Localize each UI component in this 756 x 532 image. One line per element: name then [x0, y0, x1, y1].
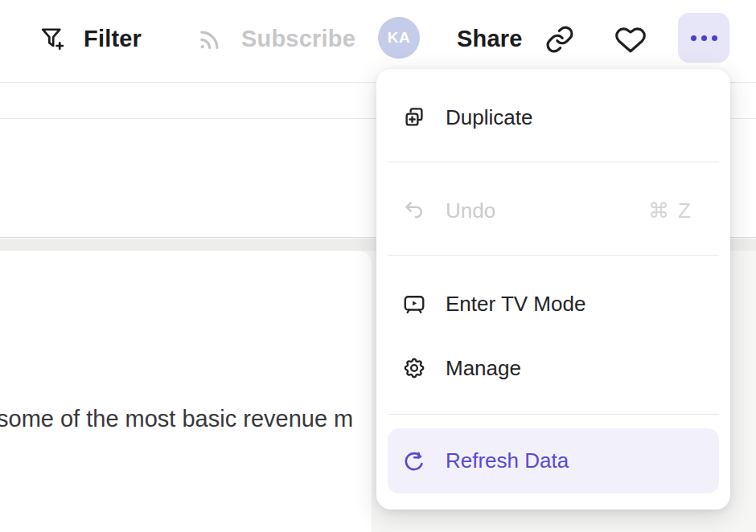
menu-item-label: Manage: [446, 356, 521, 381]
subscribe-label: Subscribe: [241, 26, 355, 52]
user-avatar[interactable]: KA: [378, 17, 420, 59]
avatar-initials: KA: [388, 29, 410, 47]
link-icon: [544, 24, 575, 55]
heart-icon: [614, 23, 647, 55]
content-card: some of the most basic revenue m: [0, 251, 372, 532]
menu-divider: [388, 414, 719, 415]
undo-icon: [402, 198, 426, 223]
more-options-menu: Duplicate Undo ⌘ Z Enter TV M: [376, 69, 730, 509]
favorite-button[interactable]: [614, 22, 647, 57]
shortcut-hint: ⌘ Z: [648, 198, 692, 223]
menu-item-label: Enter TV Mode: [446, 292, 585, 317]
share-button[interactable]: Share: [457, 21, 523, 56]
menu-item-undo[interactable]: Undo ⌘ Z: [388, 187, 719, 234]
subscribe-button[interactable]: Subscribe: [195, 21, 355, 56]
more-options-button[interactable]: [678, 13, 729, 63]
menu-item-enter-tv-mode[interactable]: Enter TV Mode: [388, 280, 719, 327]
share-label: Share: [457, 26, 523, 52]
filter-label: Filter: [84, 26, 142, 52]
menu-divider: [388, 162, 719, 162]
duplicate-icon: [402, 105, 426, 129]
menu-item-refresh-data[interactable]: Refresh Data: [388, 428, 719, 493]
tv-icon: [402, 292, 426, 316]
app-screen: some of the most basic revenue m Filter …: [0, 0, 756, 532]
menu-item-label: Duplicate: [446, 105, 532, 130]
ellipsis-icon: [691, 35, 696, 41]
rss-icon: [195, 24, 225, 54]
menu-divider: [388, 255, 719, 256]
menu-item-manage[interactable]: Manage: [388, 345, 719, 391]
copy-link-button[interactable]: [544, 22, 575, 57]
filter-button[interactable]: Filter: [39, 21, 142, 56]
menu-item-duplicate[interactable]: Duplicate: [388, 94, 719, 141]
menu-item-label: Undo: [446, 198, 495, 223]
menu-item-label: Refresh Data: [446, 448, 569, 473]
refresh-icon: [402, 449, 426, 473]
filter-plus-icon: [39, 24, 68, 53]
gear-icon: [402, 356, 426, 380]
